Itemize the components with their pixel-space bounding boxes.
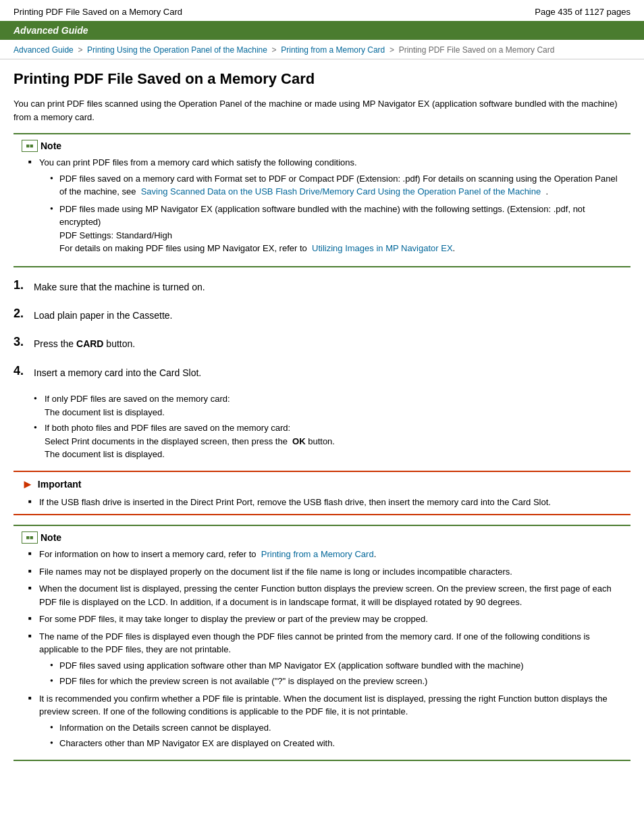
- note-header-2: ■■ Note: [22, 531, 622, 544]
- step-4-sub-item-1: If only PDF files are saved on the memor…: [34, 392, 630, 419]
- note-sub-item-1: PDF files saved on a memory card with Fo…: [50, 172, 622, 199]
- main-page-title: Printing PDF File Saved on a Memory Card: [14, 70, 630, 88]
- link-saving-scanned[interactable]: Saving Scanned Data on the USB Flash Dri…: [141, 186, 541, 197]
- note-content-1: You can print PDF files from a memory ca…: [22, 156, 622, 255]
- step-4-text: Insert a memory card into the Card Slot.: [34, 364, 201, 380]
- important-content: If the USB flash drive is inserted in th…: [22, 496, 622, 509]
- note2-sub-item-5-1: PDF files saved using application softwa…: [50, 659, 622, 673]
- step-4-number: 4.: [14, 364, 30, 378]
- step-2-text: Load plain paper in the Cassette.: [34, 307, 172, 323]
- breadcrumb-current: Printing PDF File Saved on a Memory Card: [399, 45, 555, 55]
- important-header: ► Important: [22, 477, 622, 492]
- note-icon-2: ■■: [22, 531, 38, 544]
- important-box: ► Important If the USB flash drive is in…: [14, 471, 630, 516]
- banner-label: Advanced Guide: [14, 25, 88, 36]
- step-3-number: 3.: [14, 335, 30, 349]
- link-printing-memory-card[interactable]: Printing from a Memory Card: [261, 549, 374, 559]
- page-header: Printing PDF File Saved on a Memory Card…: [0, 0, 644, 21]
- note2-item-2: File names may not be displayed properly…: [28, 565, 622, 579]
- breadcrumb-link-printing-panel[interactable]: Printing Using the Operation Panel of th…: [87, 45, 267, 55]
- note-box-2: ■■ Note For information on how to insert…: [14, 525, 630, 761]
- note2-content: For information on how to insert a memor…: [22, 548, 622, 750]
- note2-item-6: It is recommended you confirm whether a …: [28, 692, 622, 750]
- step-3: 3. Press the CARD button.: [14, 335, 630, 351]
- important-item-1: If the USB flash drive is inserted in th…: [28, 496, 622, 509]
- note-box-1: ■■ Note You can print PDF files from a m…: [14, 133, 630, 267]
- note2-sub-item-6-2: Characters other than MP Navigator EX ar…: [50, 737, 622, 750]
- main-content: Printing PDF File Saved on a Memory Card…: [0, 59, 644, 785]
- note-sub-item-2: PDF files made using MP Navigator EX (ap…: [50, 203, 622, 255]
- important-arrow-icon: ►: [22, 477, 34, 492]
- step-4-sub-item-2: If both photo files and PDF files are sa…: [34, 421, 630, 461]
- page-title-header: Printing PDF File Saved on a Memory Card: [14, 7, 182, 17]
- breadcrumb: Advanced Guide > Printing Using the Oper…: [0, 40, 644, 59]
- step-1-text: Make sure that the machine is turned on.: [34, 278, 205, 294]
- step-1-number: 1.: [14, 278, 30, 292]
- note2-item-3: When the document list is displayed, pre…: [28, 582, 622, 608]
- note2-sub-item-6-1: Information on the Details screen cannot…: [50, 721, 622, 735]
- intro-text: You can print PDF files scanned using th…: [14, 97, 630, 124]
- note-list-item: You can print PDF files from a memory ca…: [28, 156, 622, 255]
- breadcrumb-link-advanced-guide[interactable]: Advanced Guide: [14, 45, 74, 55]
- note2-sub-item-5-2: PDF files for which the preview screen i…: [50, 675, 622, 688]
- note-header-1: ■■ Note: [22, 140, 622, 152]
- note2-item-5: The name of the PDF files is displayed e…: [28, 630, 622, 688]
- step-4-sub: If only PDF files are saved on the memor…: [14, 392, 630, 461]
- step-2: 2. Load plain paper in the Cassette.: [14, 307, 630, 323]
- green-banner: Advanced Guide: [0, 21, 644, 40]
- breadcrumb-link-printing-memory[interactable]: Printing from a Memory Card: [281, 45, 385, 55]
- page-info: Page 435 of 1127 pages: [535, 7, 630, 17]
- note2-item-4: For some PDF files, it may take longer t…: [28, 613, 622, 626]
- step-2-number: 2.: [14, 307, 30, 321]
- step-1: 1. Make sure that the machine is turned …: [14, 278, 630, 294]
- step-3-text: Press the CARD button.: [34, 335, 135, 351]
- note-icon-1: ■■: [22, 140, 38, 152]
- note2-item-1: For information on how to insert a memor…: [28, 548, 622, 561]
- step-4: 4. Insert a memory card into the Card Sl…: [14, 364, 630, 380]
- link-utilizing-images[interactable]: Utilizing Images in MP Navigator EX: [312, 243, 453, 253]
